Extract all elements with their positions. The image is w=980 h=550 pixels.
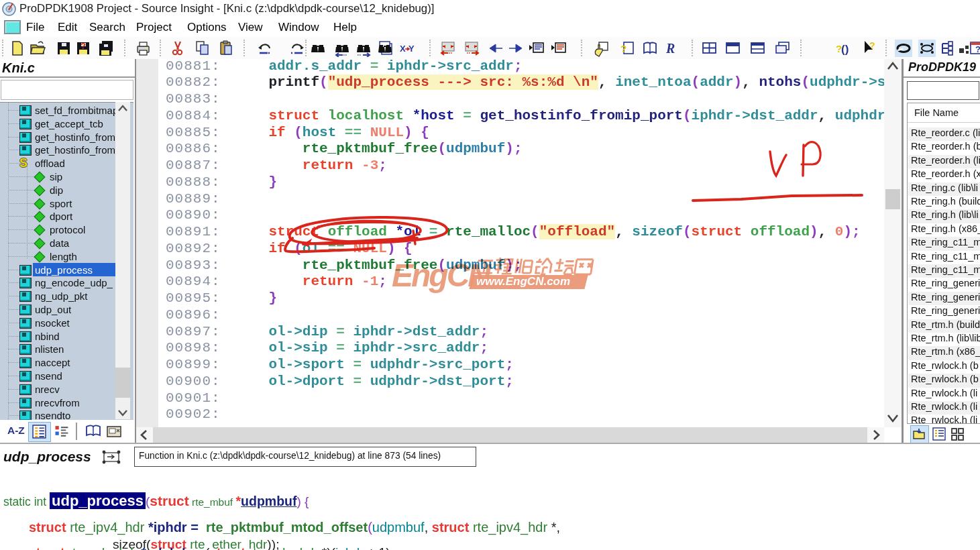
svg-text:R: R [665, 41, 675, 56]
svg-text:?: ? [975, 44, 980, 54]
svg-text:X: X [400, 44, 406, 54]
svg-text:?: ? [620, 43, 627, 54]
svg-text:?: ? [869, 40, 875, 51]
svg-text:?: ? [80, 41, 86, 51]
svg-text:(): () [841, 43, 849, 56]
